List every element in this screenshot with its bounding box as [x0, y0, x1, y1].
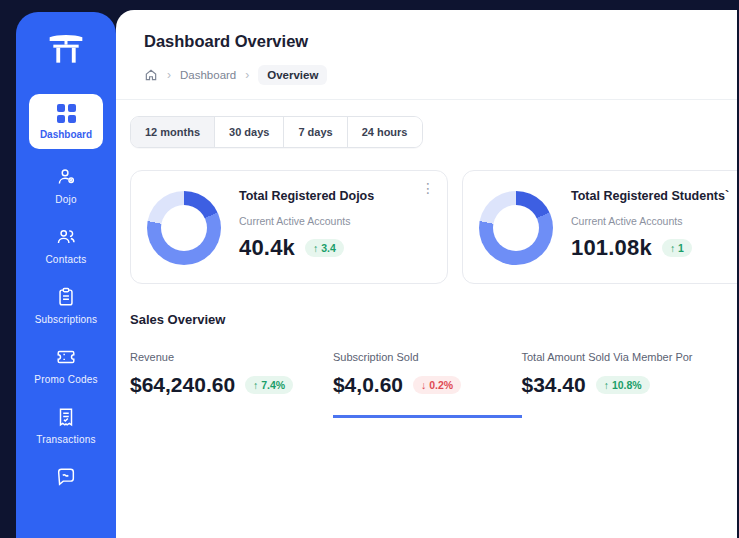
sidebar-item-chat[interactable] — [24, 462, 108, 492]
sidebar-nav: Dashboard Dojo Contacts — [16, 94, 116, 492]
sidebar-item-label: Dojo — [55, 194, 76, 205]
page-header: Dashboard Overview › Dashboard › Overvie… — [116, 10, 737, 100]
sidebar-item-label: Contacts — [45, 254, 86, 265]
sidebar-item-label: Promo Codes — [34, 374, 97, 385]
metric-value: $64,240.60 — [130, 373, 235, 397]
dojos-donut-chart — [147, 191, 221, 265]
breadcrumb-dashboard[interactable]: Dashboard — [180, 69, 236, 81]
sales-metrics-row: Revenue $64,240.60 ↑ 7.4% Subscription S… — [130, 351, 737, 418]
sidebar-item-label: Transactions — [36, 434, 95, 445]
breadcrumb-overview[interactable]: Overview — [258, 65, 327, 85]
filter-7-days[interactable]: 7 days — [284, 117, 347, 147]
students-donut-chart — [479, 191, 553, 265]
main-panel: Dashboard Overview › Dashboard › Overvie… — [116, 10, 737, 538]
stat-card-students: ⋮ Total Registered Students` Current Act… — [462, 170, 737, 284]
filter-12-months[interactable]: 12 months — [131, 117, 215, 147]
sidebar-item-label: Dashboard — [40, 129, 92, 140]
sidebar-item-dojo[interactable]: Dojo — [24, 162, 108, 209]
change-badge: ↑ 1 — [662, 239, 692, 257]
kebab-menu-icon[interactable]: ⋮ — [421, 181, 435, 195]
metric-revenue[interactable]: Revenue $64,240.60 ↑ 7.4% — [130, 351, 333, 418]
sales-overview-title: Sales Overview — [130, 312, 737, 327]
sidebar: Dashboard Dojo Contacts — [16, 12, 116, 538]
clipboard-icon — [55, 286, 77, 308]
breadcrumb-separator: › — [167, 68, 171, 82]
change-badge: ↑ 7.4% — [245, 376, 293, 394]
card-subtitle: Current Active Accounts — [239, 215, 374, 227]
person-gear-icon — [55, 166, 77, 188]
sidebar-item-transactions[interactable]: Transactions — [24, 402, 108, 449]
dashboard-grid-icon — [57, 104, 76, 123]
breadcrumb-separator: › — [245, 68, 249, 82]
card-value: 40.4k — [239, 235, 295, 261]
metric-subscription-sold[interactable]: Subscription Sold $4,0.60 ↓ 0.2% — [333, 351, 522, 418]
card-value: 101.08k — [571, 235, 652, 261]
stat-cards-row: ⋮ Total Registered Dojos Current Active … — [130, 170, 737, 284]
breadcrumb: › Dashboard › Overview — [144, 65, 713, 85]
people-icon — [55, 226, 77, 248]
sidebar-item-subscriptions[interactable]: Subscriptions — [24, 282, 108, 329]
app-window: Dashboard Dojo Contacts — [0, 0, 739, 538]
change-badge: ↑ 10.8% — [596, 376, 650, 394]
metric-label: Subscription Sold — [333, 351, 522, 363]
page-title: Dashboard Overview — [144, 32, 713, 51]
time-range-filter: 12 months 30 days 7 days 24 hours — [130, 116, 423, 148]
sidebar-item-promo-codes[interactable]: Promo Codes — [24, 342, 108, 389]
torii-logo-icon — [46, 30, 86, 68]
card-title: Total Registered Students` — [571, 189, 729, 203]
metric-value: $34.40 — [522, 373, 586, 397]
metric-value: $4,0.60 — [333, 373, 403, 397]
card-title: Total Registered Dojos — [239, 189, 374, 203]
filter-30-days[interactable]: 30 days — [215, 117, 284, 147]
sidebar-item-contacts[interactable]: Contacts — [24, 222, 108, 269]
change-badge: ↑ 3.4 — [305, 239, 344, 257]
metric-member-portal[interactable]: Total Amount Sold Via Member Por $34.40 … — [522, 351, 738, 418]
sidebar-item-label: Subscriptions — [35, 314, 98, 325]
card-subtitle: Current Active Accounts — [571, 215, 729, 227]
chat-bubble-icon — [55, 466, 77, 488]
ticket-icon — [55, 346, 77, 368]
content-area: 12 months 30 days 7 days 24 hours ⋮ Tota… — [116, 100, 737, 538]
home-icon[interactable] — [144, 68, 158, 82]
change-badge: ↓ 0.2% — [413, 376, 461, 394]
metric-label: Revenue — [130, 351, 333, 363]
filter-24-hours[interactable]: 24 hours — [348, 117, 422, 147]
metric-label: Total Amount Sold Via Member Por — [522, 351, 738, 363]
receipt-check-icon — [55, 406, 77, 428]
sidebar-item-dashboard[interactable]: Dashboard — [29, 94, 103, 149]
stat-card-dojos: ⋮ Total Registered Dojos Current Active … — [130, 170, 448, 284]
